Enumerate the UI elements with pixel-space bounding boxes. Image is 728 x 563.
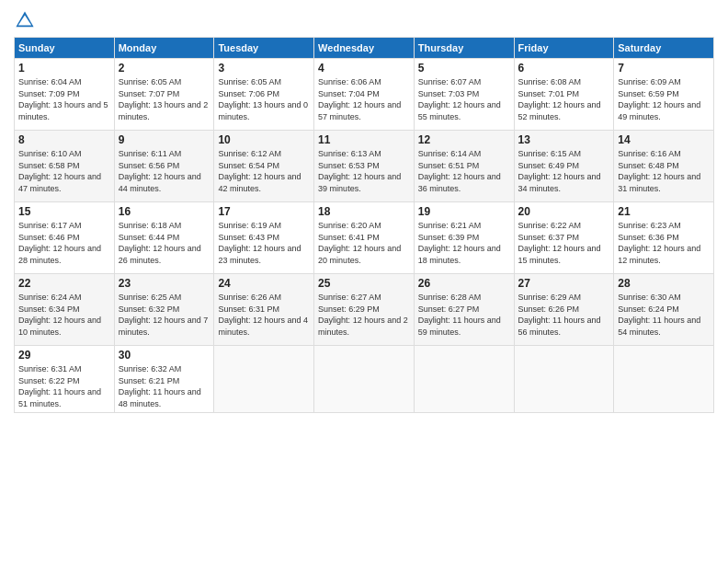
calendar-cell: 8 Sunrise: 6:10 AM Sunset: 6:58 PM Dayli… <box>15 131 115 202</box>
calendar-cell: 12 Sunrise: 6:14 AM Sunset: 6:51 PM Dayl… <box>414 131 514 202</box>
calendar-cell: 4 Sunrise: 6:06 AM Sunset: 7:04 PM Dayli… <box>314 59 415 131</box>
day-number: 6 <box>518 62 610 75</box>
day-info: Sunrise: 6:08 AM Sunset: 7:01 PM Dayligh… <box>518 76 610 122</box>
day-number: 25 <box>318 277 410 290</box>
day-number: 19 <box>418 205 510 218</box>
day-info: Sunrise: 6:27 AM Sunset: 6:29 PM Dayligh… <box>318 292 410 338</box>
calendar-cell: 17 Sunrise: 6:19 AM Sunset: 6:43 PM Dayl… <box>214 202 314 274</box>
day-number: 14 <box>618 133 710 146</box>
calendar: SundayMondayTuesdayWednesdayThursdayFrid… <box>14 37 714 413</box>
day-info: Sunrise: 6:06 AM Sunset: 7:04 PM Dayligh… <box>318 76 410 122</box>
day-number: 13 <box>518 133 610 146</box>
day-info: Sunrise: 6:28 AM Sunset: 6:27 PM Dayligh… <box>418 292 510 338</box>
calendar-week-3: 15 Sunrise: 6:17 AM Sunset: 6:46 PM Dayl… <box>15 202 714 274</box>
day-number: 30 <box>119 349 210 362</box>
day-info: Sunrise: 6:20 AM Sunset: 6:41 PM Dayligh… <box>318 220 410 266</box>
day-info: Sunrise: 6:05 AM Sunset: 7:06 PM Dayligh… <box>218 76 310 122</box>
calendar-week-1: 1 Sunrise: 6:04 AM Sunset: 7:09 PM Dayli… <box>15 59 714 131</box>
day-number: 3 <box>218 62 310 75</box>
day-info: Sunrise: 6:11 AM Sunset: 6:56 PM Dayligh… <box>119 148 210 194</box>
day-info: Sunrise: 6:12 AM Sunset: 6:54 PM Dayligh… <box>218 148 310 194</box>
calendar-cell: 10 Sunrise: 6:12 AM Sunset: 6:54 PM Dayl… <box>214 131 314 202</box>
day-number: 23 <box>119 277 210 290</box>
day-number: 28 <box>618 277 710 290</box>
day-info: Sunrise: 6:07 AM Sunset: 7:03 PM Dayligh… <box>418 76 510 122</box>
calendar-week-2: 8 Sunrise: 6:10 AM Sunset: 6:58 PM Dayli… <box>15 131 714 202</box>
calendar-cell <box>614 346 714 413</box>
day-header-sunday: Sunday <box>15 38 115 59</box>
day-info: Sunrise: 6:09 AM Sunset: 6:59 PM Dayligh… <box>618 76 710 122</box>
calendar-cell: 2 Sunrise: 6:05 AM Sunset: 7:07 PM Dayli… <box>114 59 214 131</box>
day-info: Sunrise: 6:24 AM Sunset: 6:34 PM Dayligh… <box>18 292 110 338</box>
day-info: Sunrise: 6:19 AM Sunset: 6:43 PM Dayligh… <box>218 220 310 266</box>
day-info: Sunrise: 6:10 AM Sunset: 6:58 PM Dayligh… <box>18 148 110 194</box>
day-number: 5 <box>418 62 510 75</box>
calendar-cell: 3 Sunrise: 6:05 AM Sunset: 7:06 PM Dayli… <box>214 59 314 131</box>
day-number: 27 <box>518 277 610 290</box>
day-number: 12 <box>418 133 510 146</box>
day-number: 20 <box>518 205 610 218</box>
day-number: 15 <box>18 205 110 218</box>
calendar-week-5: 29 Sunrise: 6:31 AM Sunset: 6:22 PM Dayl… <box>15 346 714 413</box>
day-number: 29 <box>18 349 110 362</box>
day-info: Sunrise: 6:05 AM Sunset: 7:07 PM Dayligh… <box>119 76 210 122</box>
day-info: Sunrise: 6:30 AM Sunset: 6:24 PM Dayligh… <box>618 292 710 338</box>
header <box>14 9 714 31</box>
day-info: Sunrise: 6:23 AM Sunset: 6:36 PM Dayligh… <box>618 220 710 266</box>
day-number: 4 <box>318 62 410 75</box>
day-number: 2 <box>119 62 210 75</box>
day-info: Sunrise: 6:18 AM Sunset: 6:44 PM Dayligh… <box>119 220 210 266</box>
calendar-cell: 5 Sunrise: 6:07 AM Sunset: 7:03 PM Dayli… <box>414 59 514 131</box>
day-number: 26 <box>418 277 510 290</box>
calendar-cell: 25 Sunrise: 6:27 AM Sunset: 6:29 PM Dayl… <box>314 274 415 346</box>
calendar-cell: 9 Sunrise: 6:11 AM Sunset: 6:56 PM Dayli… <box>114 131 214 202</box>
logo-icon <box>14 9 36 31</box>
day-info: Sunrise: 6:29 AM Sunset: 6:26 PM Dayligh… <box>518 292 610 338</box>
day-info: Sunrise: 6:26 AM Sunset: 6:31 PM Dayligh… <box>218 292 310 338</box>
day-info: Sunrise: 6:21 AM Sunset: 6:39 PM Dayligh… <box>418 220 510 266</box>
day-number: 11 <box>318 133 410 146</box>
logo <box>14 9 40 31</box>
day-header-wednesday: Wednesday <box>314 38 415 59</box>
page: SundayMondayTuesdayWednesdayThursdayFrid… <box>0 0 728 563</box>
calendar-cell: 18 Sunrise: 6:20 AM Sunset: 6:41 PM Dayl… <box>314 202 415 274</box>
day-info: Sunrise: 6:16 AM Sunset: 6:48 PM Dayligh… <box>618 148 710 194</box>
day-header-tuesday: Tuesday <box>214 38 314 59</box>
day-number: 10 <box>218 133 310 146</box>
calendar-cell: 11 Sunrise: 6:13 AM Sunset: 6:53 PM Dayl… <box>314 131 415 202</box>
day-number: 7 <box>618 62 710 75</box>
calendar-cell: 22 Sunrise: 6:24 AM Sunset: 6:34 PM Dayl… <box>15 274 115 346</box>
calendar-cell: 19 Sunrise: 6:21 AM Sunset: 6:39 PM Dayl… <box>414 202 514 274</box>
calendar-cell <box>514 346 614 413</box>
calendar-header-row: SundayMondayTuesdayWednesdayThursdayFrid… <box>15 38 714 59</box>
day-number: 16 <box>119 205 210 218</box>
calendar-cell: 21 Sunrise: 6:23 AM Sunset: 6:36 PM Dayl… <box>614 202 714 274</box>
day-info: Sunrise: 6:15 AM Sunset: 6:49 PM Dayligh… <box>518 148 610 194</box>
calendar-cell: 16 Sunrise: 6:18 AM Sunset: 6:44 PM Dayl… <box>114 202 214 274</box>
calendar-cell: 1 Sunrise: 6:04 AM Sunset: 7:09 PM Dayli… <box>15 59 115 131</box>
day-number: 1 <box>18 62 110 75</box>
day-info: Sunrise: 6:22 AM Sunset: 6:37 PM Dayligh… <box>518 220 610 266</box>
calendar-cell: 15 Sunrise: 6:17 AM Sunset: 6:46 PM Dayl… <box>15 202 115 274</box>
day-number: 22 <box>18 277 110 290</box>
calendar-cell: 23 Sunrise: 6:25 AM Sunset: 6:32 PM Dayl… <box>114 274 214 346</box>
calendar-week-4: 22 Sunrise: 6:24 AM Sunset: 6:34 PM Dayl… <box>15 274 714 346</box>
calendar-cell: 13 Sunrise: 6:15 AM Sunset: 6:49 PM Dayl… <box>514 131 614 202</box>
day-number: 8 <box>18 133 110 146</box>
day-header-monday: Monday <box>114 38 214 59</box>
calendar-cell <box>314 346 415 413</box>
day-header-saturday: Saturday <box>614 38 714 59</box>
calendar-cell: 14 Sunrise: 6:16 AM Sunset: 6:48 PM Dayl… <box>614 131 714 202</box>
day-info: Sunrise: 6:17 AM Sunset: 6:46 PM Dayligh… <box>18 220 110 266</box>
day-number: 24 <box>218 277 310 290</box>
day-info: Sunrise: 6:13 AM Sunset: 6:53 PM Dayligh… <box>318 148 410 194</box>
day-number: 9 <box>119 133 210 146</box>
day-info: Sunrise: 6:31 AM Sunset: 6:22 PM Dayligh… <box>18 363 110 409</box>
day-header-thursday: Thursday <box>414 38 514 59</box>
calendar-cell: 28 Sunrise: 6:30 AM Sunset: 6:24 PM Dayl… <box>614 274 714 346</box>
calendar-cell: 26 Sunrise: 6:28 AM Sunset: 6:27 PM Dayl… <box>414 274 514 346</box>
day-header-friday: Friday <box>514 38 614 59</box>
day-number: 17 <box>218 205 310 218</box>
day-info: Sunrise: 6:32 AM Sunset: 6:21 PM Dayligh… <box>119 363 210 409</box>
calendar-cell <box>214 346 314 413</box>
